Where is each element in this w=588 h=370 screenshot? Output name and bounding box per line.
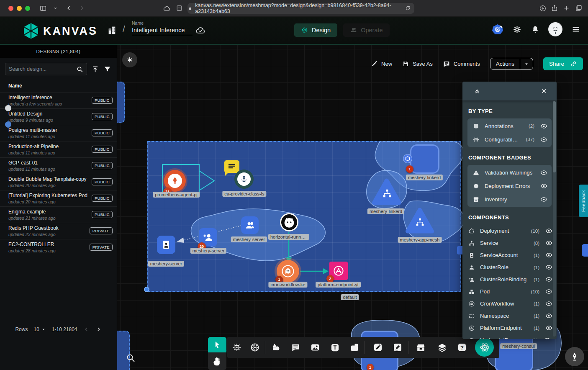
component-row-horizontalrunnerautoscaler[interactable]: HorizontalRunnerAutoscaler (1): [462, 334, 557, 339]
kanvas-logo[interactable]: KANVAS: [23, 23, 98, 39]
prev-page-button[interactable]: [83, 326, 90, 332]
rows-per-page-select[interactable]: 10: [33, 326, 46, 332]
icloud-tab-icon[interactable]: [163, 5, 171, 13]
component-row-platformendpoint[interactable]: PlatformEndpoint (1): [462, 322, 557, 334]
visibility-eye-icon[interactable]: [545, 264, 552, 271]
design-config-button[interactable]: [122, 52, 137, 67]
design-list-item[interactable]: EC2-CONTROLLER updated 28 minutes ago PR…: [0, 239, 117, 255]
design-search-box[interactable]: [5, 63, 87, 75]
visibility-eye-icon[interactable]: [545, 300, 552, 307]
select-tool-button[interactable]: [208, 337, 226, 352]
visibility-eye-icon[interactable]: [540, 169, 547, 176]
filter-icon[interactable]: [103, 65, 111, 73]
comment-tool-button[interactable]: [288, 340, 303, 355]
collapse-all-icon[interactable]: [473, 87, 481, 95]
panel-scrollbar-thumb[interactable]: [553, 101, 556, 172]
new-button[interactable]: New: [371, 60, 392, 67]
comments-button[interactable]: Comments: [443, 60, 480, 68]
visibility-eye-icon[interactable]: [545, 239, 552, 247]
new-tab-icon[interactable]: [563, 5, 570, 12]
kubernetes-tool-button[interactable]: [247, 340, 262, 355]
node-service-appmesh[interactable]: [405, 207, 434, 234]
reload-icon[interactable]: [405, 5, 411, 11]
visibility-eye-icon[interactable]: [545, 252, 552, 259]
traffic-light-close[interactable]: [8, 6, 13, 11]
node-clusterrole[interactable]: [241, 216, 259, 234]
layers-tool-button[interactable]: [434, 340, 449, 355]
tab-operate[interactable]: Operate: [343, 23, 389, 37]
pan-tool-button[interactable]: [208, 352, 226, 370]
comment-annotation-icon[interactable]: [224, 160, 239, 173]
downloads-icon[interactable]: [539, 5, 547, 12]
visibility-eye-icon[interactable]: [544, 337, 551, 339]
design-list-item[interactable]: Production-alt Pipeline updated 11 minut…: [0, 141, 117, 157]
node-github-runner[interactable]: [280, 213, 298, 231]
design-list-item[interactable]: Double Bubble Map Template-copy updated …: [0, 174, 117, 190]
address-bar[interactable]: kanvas.new/extension/meshmap?mode=design…: [187, 3, 414, 14]
node-badge[interactable]: 1: [406, 165, 413, 173]
shapes-tool-button[interactable]: [268, 340, 283, 355]
chevron-down-icon[interactable]: [53, 5, 58, 11]
node-ca-provider[interactable]: [234, 170, 254, 189]
freehand-pen-button[interactable]: [565, 347, 584, 366]
actions-caret-icon[interactable]: [520, 58, 533, 69]
by-type-row-annotations[interactable]: Annotations (2): [467, 119, 552, 133]
visibility-eye-icon[interactable]: [545, 312, 552, 319]
sidebar-toggle-icon[interactable]: [39, 5, 47, 12]
design-search-input[interactable]: [9, 66, 76, 72]
node-deployment-linkerd[interactable]: [410, 144, 439, 174]
component-row-namespace[interactable]: Namespace (1): [462, 310, 557, 322]
feedback-tab[interactable]: Feedback: [579, 185, 588, 217]
actions-dropdown[interactable]: Actions: [490, 58, 533, 70]
hamburger-menu-icon[interactable]: [571, 25, 580, 34]
pen-tool-button[interactable]: [370, 340, 385, 355]
organization-icon[interactable]: [107, 25, 117, 36]
next-page-button[interactable]: [95, 326, 102, 332]
visibility-eye-icon[interactable]: [545, 227, 552, 234]
share-button[interactable]: Share: [543, 57, 583, 70]
component-row-pod[interactable]: Pod (10): [462, 285, 557, 298]
visibility-eye-icon[interactable]: [545, 324, 552, 331]
design-list-item[interactable]: Intelligent Inference updated a few seco…: [0, 92, 117, 108]
upload-design-icon[interactable]: [91, 65, 99, 73]
component-row-serviceaccount[interactable]: ServiceAccount (1): [462, 249, 557, 261]
design-list-item[interactable]: [Tutorial] Exploring Kubernetes Pod upda…: [0, 190, 117, 206]
visibility-eye-icon[interactable]: [540, 182, 547, 190]
visibility-eye-icon[interactable]: [545, 288, 552, 295]
component-row-clusterrole[interactable]: ClusterRole (1): [462, 261, 557, 273]
drawer-tool-button[interactable]: [413, 340, 428, 355]
marker-tool-button[interactable]: [390, 340, 405, 355]
sticky-note-tool-button[interactable]: [347, 340, 362, 355]
reader-icon[interactable]: [176, 5, 183, 12]
badge-row-validation-warnings[interactable]: Validation Warnings: [467, 166, 552, 179]
badge-row-deployment-errors[interactable]: Deployment Errors: [467, 179, 552, 193]
component-row-deployment[interactable]: Deployment (10): [462, 225, 557, 237]
settings-gear-icon[interactable]: [513, 25, 521, 34]
user-avatar[interactable]: [549, 23, 562, 36]
design-name-input[interactable]: [132, 26, 193, 35]
design-list-item[interactable]: Enigma example updated 21 minutes ago PU…: [0, 206, 117, 223]
visibility-eye-icon[interactable]: [540, 196, 547, 203]
tab-overview-icon[interactable]: [575, 4, 583, 12]
text-tool-button[interactable]: [327, 340, 342, 355]
node-service-linkerd[interactable]: [372, 178, 402, 206]
share-page-icon[interactable]: [551, 4, 558, 12]
kubernetes-context-icon[interactable]: 1: [492, 24, 503, 34]
design-list-item[interactable]: GCP-east-01 updated 11 minutes ago PUBLI…: [0, 157, 117, 174]
badge-row-inventory[interactable]: Inventory: [467, 193, 552, 206]
component-row-cronworkflow[interactable]: CronWorkflow (1): [462, 298, 557, 310]
notifications-bell-icon[interactable]: [531, 25, 539, 33]
visibility-eye-icon[interactable]: [545, 276, 552, 283]
block-arrow-head[interactable]: [199, 171, 214, 190]
node-serviceaccount[interactable]: [157, 236, 175, 254]
traffic-light-zoom[interactable]: [25, 6, 30, 11]
deployment-hexagon-icon[interactable]: [403, 154, 412, 163]
help-tool-button[interactable]: [454, 340, 470, 355]
component-row-service[interactable]: Service (8): [462, 237, 557, 249]
by-type-row-configurable[interactable]: Configurable Components (37): [467, 133, 552, 146]
component-row-clusterrolebinding[interactable]: ClusterRoleBinding (1): [462, 273, 557, 285]
zoom-tool-icon[interactable]: [126, 353, 136, 363]
back-button[interactable]: [65, 5, 72, 12]
visibility-eye-icon[interactable]: [540, 123, 547, 130]
forward-button[interactable]: [78, 5, 85, 12]
